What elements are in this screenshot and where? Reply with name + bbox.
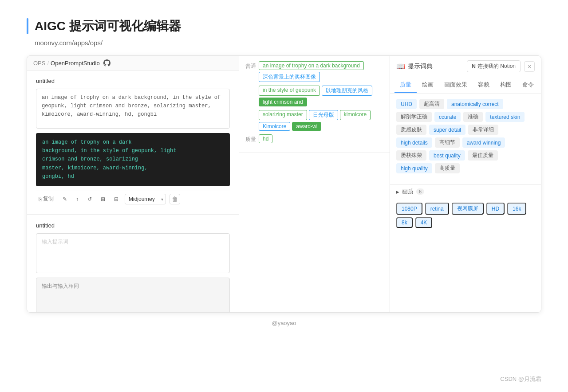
vtag-best-quality[interactable]: best quality [429,150,465,161]
second-prompt-block: untitled 输入提示词 输出与输入相同 ⎘ 复制 ✎ ↑ [27,215,239,312]
copy-icon-1: ⎘ [39,196,42,202]
up-button-1[interactable]: ↑ [73,195,81,204]
bookmark-button-1[interactable]: ⊞ [98,195,108,204]
bookmark-icon-1: ⊞ [101,196,105,202]
tab-appearance[interactable]: 容貌 [473,77,495,93]
rtag-1080p[interactable]: 1080P [396,203,422,215]
vtag-uhd[interactable]: UHD [396,99,417,109]
tab-painting[interactable]: 绘画 [417,77,439,93]
general-tags: an image of trophy on a dark background … [259,61,383,82]
up-icon-1: ↑ [76,196,79,202]
rtag-8k[interactable]: 8k [396,217,413,228]
tag-solarizing-en[interactable]: solarizing master [259,110,307,120]
quality-vocab-tags: UHD 超高清 anatomically correct 解剖学正确 ccura… [396,99,535,173]
rtag-hd[interactable]: HD [486,203,505,215]
refresh-icon-1: ↺ [87,196,92,202]
tag-kimoicore-en[interactable]: kimoicore [340,110,371,120]
resolution-tags: 1080P retina 视网膜屏 HD 16k 8k 4K [390,198,541,232]
model-select-wrapper-1: Midjourney [125,194,166,204]
vtag-uhd-zh[interactable]: 超高清 [419,99,444,109]
vtag-award-winning-zh[interactable]: 屡获殊荣 [396,150,426,161]
output-box: 输出与输入相同 [36,278,230,312]
quality-tags: hd [259,134,272,143]
github-icon[interactable] [103,59,110,67]
vtag-anatomically[interactable]: anatomically correct [447,99,503,109]
refresh-button-1[interactable]: ↺ [85,195,95,204]
watermark: @yaoyao [272,320,296,326]
tag-row-3: solarizing master 日光母版 kimoicore Kimoico… [245,110,383,131]
open-prompt-studio-label: OpenPromptStudio [51,60,100,67]
vocab-actions: N 连接我的 Notion × [467,60,535,72]
copy-button-1[interactable]: ⎘ 复制 [36,194,56,204]
edit-button-1[interactable]: ✎ [60,195,70,204]
ops-label: OPS [33,60,45,67]
tag-row-1: 普通 an image of trophy on a dark backgrou… [245,61,383,82]
title-accent-bar [27,18,28,34]
tag-light-crimson[interactable]: light crimson and [259,98,307,106]
vtag-high-details-zh[interactable]: 高细节 [435,137,460,148]
tag-kimoicore-zh[interactable]: Kimoicore [259,122,290,131]
tag-trophy-en[interactable]: an image of trophy on a dark background [259,61,364,70]
first-block-title: untitled [36,78,230,84]
export-button-1[interactable]: ⊟ [111,195,121,204]
first-prompt-block: untitled an image of trophy on a dark ba… [27,71,239,214]
vocab-close-button[interactable]: × [524,61,535,72]
vtag-high-quality[interactable]: high quality [396,163,432,173]
delete-icon-1: 🗑 [172,196,178,203]
vtag-textured-skin[interactable]: textured skin [485,112,525,122]
rtag-retina-zh[interactable]: 视网膜屏 [452,203,484,215]
accordion-arrow-icon: ▸ [396,188,399,195]
vtag-super-detail-zh[interactable]: 非常详细 [468,125,498,135]
general-label: 普通 [245,61,256,70]
vtag-best-quality-zh[interactable]: 最佳质量 [468,150,498,161]
vocab-header: 📖 提示词典 N 连接我的 Notion × [390,56,541,77]
vtag-high-quality-zh[interactable]: 高质量 [435,163,460,173]
tags-area: 普通 an image of trophy on a dark backgrou… [239,56,390,153]
page-title: AIGC 提示词可视化编辑器 [35,18,181,35]
tag-geopunk-en[interactable]: in the style of geopunk [259,86,320,96]
vocab-title: 📖 提示词典 [396,62,433,71]
tag-row-2: in the style of geopunk 以地理朋克的风格 light c… [245,86,383,106]
tag-geopunk-zh[interactable]: 以地理朋克的风格 [322,86,372,96]
tag-solarizing-zh[interactable]: 日光母版 [309,110,338,120]
left-panel: OPS / OpenPromptStudio untitled an image… [27,56,239,312]
tab-composition[interactable]: 构图 [495,77,517,93]
vtag-award-winning[interactable]: award winning [462,137,505,148]
delete-button-1[interactable]: 🗑 [170,194,180,204]
tag-award-wi[interactable]: award-wi [292,122,321,131]
book-icon: 📖 [396,62,405,71]
vtag-anatomically-zh[interactable]: 解剖学正确 [396,112,432,122]
left-topbar: OPS / OpenPromptStudio [27,56,239,71]
vtag-ccurate-zh[interactable]: 准确 [463,112,483,122]
export-icon-1: ⊟ [114,196,118,202]
notion-connect-button[interactable]: N 连接我的 Notion [467,60,521,72]
tag-trophy-zh[interactable]: 深色背景上的奖杯图像 [259,72,320,82]
vocab-tabs: 质量 绘画 画面效果 容貌 构图 命令 [390,77,541,94]
middle-panel: 普通 an image of trophy on a dark backgrou… [239,56,390,312]
resolution-accordion[interactable]: ▸ 画质 6 [390,184,541,198]
second-prompt-input[interactable]: 输入提示词 [36,233,230,273]
tab-quality[interactable]: 质量 [394,77,417,93]
tab-command[interactable]: 命令 [517,77,539,93]
model-select-1[interactable]: Midjourney [125,194,166,204]
rtag-16k[interactable]: 16k [507,203,526,215]
first-prompt-input[interactable]: an image of trophy on a dark background,… [36,89,230,129]
vtag-high-details[interactable]: high details [396,137,432,148]
page-footer: @yaoyao [0,313,568,329]
tag-hd[interactable]: hd [259,134,272,143]
quality-label: 质量 [245,134,256,143]
page-subtitle[interactable]: moonvy.com/apps/ops/ [35,39,541,47]
resolution-count: 6 [416,188,424,195]
vtag-super-detail[interactable]: super detail [429,125,465,135]
main-content: OPS / OpenPromptStudio untitled an image… [27,55,541,313]
rtag-4k[interactable]: 4K [415,217,433,228]
rtag-retina[interactable]: retina [425,203,449,215]
quality-tag-row: 质量 hd [245,134,383,143]
vtag-ccurate[interactable]: ccurate [434,112,461,122]
tab-effects[interactable]: 画面效果 [439,77,473,93]
tag-group-2: in the style of geopunk 以地理朋克的风格 light c… [259,86,383,106]
tag-group-3: solarizing master 日光母版 kimoicore Kimoico… [259,110,383,131]
right-panel: 📖 提示词典 N 连接我的 Notion × 质量 绘画 画面效果 容貌 构图 … [390,56,541,312]
notion-icon: N [472,63,476,70]
vtag-textured-skin-zh[interactable]: 质感皮肤 [396,125,426,135]
